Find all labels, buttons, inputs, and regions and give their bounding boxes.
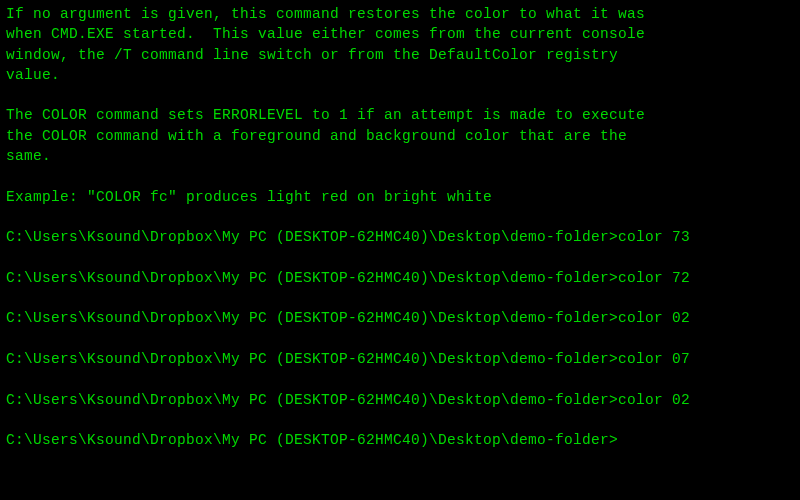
blank-line (6, 329, 794, 349)
blank-line (6, 85, 794, 105)
help-paragraph-1: If no argument is given, this command re… (6, 4, 794, 85)
command-line: C:\Users\Ksound\Dropbox\My PC (DESKTOP-6… (6, 227, 794, 247)
command-line: C:\Users\Ksound\Dropbox\My PC (DESKTOP-6… (6, 349, 794, 369)
prompt-text: C:\Users\Ksound\Dropbox\My PC (DESKTOP-6… (6, 392, 618, 408)
prompt-text: C:\Users\Ksound\Dropbox\My PC (DESKTOP-6… (6, 229, 618, 245)
blank-line (6, 369, 794, 389)
command-text: color 72 (618, 270, 690, 286)
command-line: C:\Users\Ksound\Dropbox\My PC (DESKTOP-6… (6, 268, 794, 288)
blank-line (6, 288, 794, 308)
current-prompt-line[interactable]: C:\Users\Ksound\Dropbox\My PC (DESKTOP-6… (6, 430, 794, 450)
command-line: C:\Users\Ksound\Dropbox\My PC (DESKTOP-6… (6, 308, 794, 328)
command-text: color 73 (618, 229, 690, 245)
command-line: C:\Users\Ksound\Dropbox\My PC (DESKTOP-6… (6, 390, 794, 410)
prompt-text: C:\Users\Ksound\Dropbox\My PC (DESKTOP-6… (6, 310, 618, 326)
blank-line (6, 248, 794, 268)
command-text: color 02 (618, 310, 690, 326)
prompt-text: C:\Users\Ksound\Dropbox\My PC (DESKTOP-6… (6, 432, 618, 448)
command-text: color 02 (618, 392, 690, 408)
blank-line (6, 410, 794, 430)
prompt-text: C:\Users\Ksound\Dropbox\My PC (DESKTOP-6… (6, 270, 618, 286)
command-text: color 07 (618, 351, 690, 367)
prompt-text: C:\Users\Ksound\Dropbox\My PC (DESKTOP-6… (6, 351, 618, 367)
help-paragraph-2: The COLOR command sets ERRORLEVEL to 1 i… (6, 105, 794, 166)
blank-line (6, 166, 794, 186)
blank-line (6, 207, 794, 227)
help-example: Example: "COLOR fc" produces light red o… (6, 187, 794, 207)
